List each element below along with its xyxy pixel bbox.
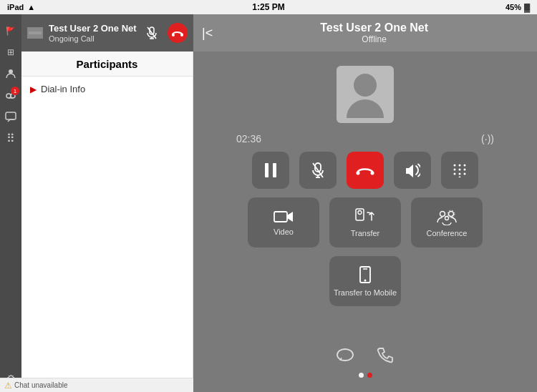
svg-rect-6 [29,31,42,34]
video-button[interactable]: Video [248,197,319,248]
phone-bottom-icon[interactable] [372,343,398,368]
middle-section: Test User 2 One Net Ongoing Call [21,14,193,392]
svg-point-26 [459,169,461,171]
svg-rect-14 [265,163,268,177]
speaker-button[interactable] [394,152,431,189]
nav-voicemail-icon[interactable]: 1 [1,85,21,105]
status-bar: iPad ▲ 1:25 PM 45% ▓ [0,0,537,14]
svg-point-40 [364,279,367,281]
chat-unavailable-label: Chat unavailable [14,381,68,389]
right-header-center: Test User 2 One Net Offline [220,21,528,44]
dot-2 [367,373,372,378]
conference-label: Conference [427,229,468,237]
svg-point-0 [9,69,13,74]
call-header-info: Test User 2 One Net Ongoing Call [49,23,142,43]
svg-point-36 [449,211,454,216]
callee-name: Test User 2 One Net [220,21,528,34]
svg-point-28 [454,173,456,175]
callee-status: Offline [220,34,528,44]
nav-chat-icon[interactable] [1,107,21,127]
svg-point-30 [464,173,466,175]
bottom-actions [332,343,398,378]
battery-label: 45% [505,3,521,11]
nav-contacts-icon[interactable] [1,64,21,84]
mute-button[interactable] [142,23,162,43]
avatar-icon [344,69,387,119]
video-label: Video [274,227,294,236]
svg-rect-15 [273,163,276,177]
svg-point-24 [464,165,466,167]
participants-title: Participants [21,52,193,77]
svg-point-1 [6,94,11,98]
svg-point-22 [454,165,456,167]
svg-rect-32 [274,212,287,222]
status-bar-time: 1:25 PM [252,2,284,12]
pagination-dots [359,373,372,378]
call-controls-row3: Transfer to Mobile [329,256,401,306]
transfer-mobile-label: Transfer to Mobile [334,288,397,297]
dial-in-row[interactable]: ▶ Dial-in Info [21,77,193,102]
svg-point-27 [464,169,466,171]
svg-point-35 [440,211,445,216]
device-label: iPad [7,3,24,11]
mute-call-button[interactable] [299,152,337,189]
dial-in-chevron: ▶ [30,84,37,94]
svg-point-31 [459,177,461,178]
back-button[interactable]: |< [202,26,213,41]
svg-point-20 [357,172,360,175]
transfer-button[interactable]: Transfer [329,197,401,248]
transfer-label: Transfer [351,229,380,237]
pause-button[interactable] [252,152,289,189]
nav-grid-icon[interactable]: ⊞ [1,42,21,62]
message-bottom-icon[interactable] [332,343,358,368]
bottom-icons-row [332,343,398,368]
nav-flag-icon: 🚩 [1,21,21,41]
svg-point-12 [180,34,183,36]
avatar [337,66,394,123]
svg-point-37 [445,216,449,220]
svg-point-42 [337,349,353,361]
status-bar-left: iPad ▲ [7,3,35,11]
conference-button[interactable]: Conference [411,197,483,248]
call-controls-row1 [252,152,478,189]
right-panel: |< Test User 2 One Net Offline 02:36 (·)… [193,14,537,392]
participants-panel: Participants ▶ Dial-in Info [21,52,193,392]
call-header-actions [142,23,188,43]
svg-point-29 [459,173,461,175]
right-panel-header: |< Test User 2 One Net Offline [193,14,537,52]
dial-in-label: Dial-in Info [41,84,85,94]
bottom-bar: ⚠ Chat unavailable [0,378,193,392]
nav-dialpad-icon[interactable]: ⠿ [1,128,21,148]
call-timer-row: 02:36 (·)) [193,123,537,149]
call-header: Test User 2 One Net Ongoing Call [21,14,193,52]
warning-icon: ⚠ [4,381,12,391]
svg-point-21 [371,172,374,175]
call-controls-row2: Video Transfer [248,197,483,248]
speaker-wave-icon: (·)) [481,133,494,144]
call-header-status: Ongoing Call [49,34,142,43]
svg-point-25 [454,169,456,171]
transfer-mobile-button[interactable]: Transfer to Mobile [329,256,401,306]
wifi-icon: ▲ [27,3,35,11]
battery-icon: ▓ [524,3,530,11]
call-header-name: Test User 2 One Net [49,23,142,34]
svg-point-34 [358,210,362,214]
svg-point-13 [354,74,377,97]
end-call-button[interactable] [347,152,384,189]
call-flag [27,27,43,39]
end-call-header-button[interactable] [168,23,188,43]
status-bar-right: 45% ▓ [505,3,530,11]
svg-point-23 [459,165,461,167]
voicemail-badge: 1 [11,87,19,95]
svg-point-11 [172,34,175,36]
dialpad-button[interactable] [441,152,478,189]
call-timer: 02:36 [236,133,261,144]
dot-1 [359,373,364,378]
svg-rect-4 [6,112,16,119]
app-container: 🚩 ⊞ 1 ⠿ ⚙ Test User 2 One Net Ongoing Ca… [0,14,537,392]
left-nav: 🚩 ⊞ 1 ⠿ ⚙ [0,14,21,392]
